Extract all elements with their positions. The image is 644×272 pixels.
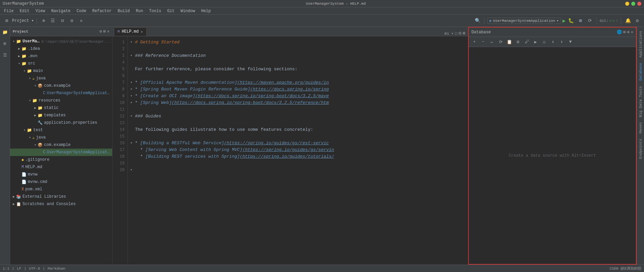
tree-item-com-example[interactable]: ▾ 📦 com.example: [10, 82, 112, 89]
menu-help[interactable]: Help: [198, 8, 214, 14]
code-url-8[interactable]: (https://docs.spring.io/spring: [250, 86, 329, 93]
db-btn-remove[interactable]: −: [479, 38, 487, 46]
code-link-8[interactable]: [Spring Boot Maven Plugin Reference Guid…: [140, 86, 250, 93]
code-link-9[interactable]: [Create an OCI image]: [140, 93, 195, 100]
db-icon-close[interactable]: ✕: [631, 30, 633, 35]
fold-12[interactable]: ▾: [130, 113, 135, 120]
tree-item-test-java[interactable]: ▾ ☕ java: [10, 134, 112, 141]
tree-item-mvn[interactable]: ▶ 📁 .mvn: [10, 52, 112, 60]
toolbar-project-icon[interactable]: ⊞: [3, 17, 11, 25]
db-btn-up[interactable]: ⬆: [549, 38, 557, 46]
db-btn-run[interactable]: ▶: [532, 38, 539, 46]
tree-item-help-md[interactable]: ▶ M HELP.md: [10, 163, 112, 171]
coverage-button[interactable]: ⊞: [577, 17, 585, 25]
db-btn-filter[interactable]: ▼: [567, 38, 574, 46]
maximize-button[interactable]: [631, 2, 635, 6]
tree-item-external-libs[interactable]: ▶ 📚 External Libraries: [10, 193, 112, 200]
tree-item-main[interactable]: ▾ 📁 main: [10, 67, 112, 75]
toolbar-close-btn[interactable]: ✕: [77, 17, 85, 25]
editor-view-single[interactable]: ☐: [455, 31, 458, 36]
tree-item-test[interactable]: ▾ 📁 test: [10, 126, 112, 134]
code-editor[interactable]: ▾ # Getting Started ▾ ### Reference Docu…: [128, 36, 468, 265]
tree-item-pom-xml[interactable]: ▶ X pom.xml: [10, 186, 112, 193]
project-selector[interactable]: Project ▾: [12, 18, 34, 23]
right-tab-bigdata[interactable]: Big Data Tools: [638, 83, 644, 120]
editor-tab-help-md[interactable]: M HELP.md ✕: [114, 27, 147, 36]
db-btn-check[interactable]: ☑: [541, 38, 548, 46]
right-tab-database[interactable]: Database: [638, 60, 644, 83]
settings-global-btn[interactable]: ⚙: [633, 17, 641, 25]
toolbar-add-btn[interactable]: ⊕: [40, 17, 48, 25]
db-icon-globe[interactable]: 🌐: [617, 30, 622, 35]
code-link-17[interactable]: [Serving Web Content with Spring MVC]: [145, 147, 242, 153]
tree-item-resources[interactable]: ▾ 📁 resources: [10, 97, 112, 104]
db-icon-layout[interactable]: ⊞: [623, 30, 626, 35]
tree-item-mvnw-cmd[interactable]: ▶ 📄 mvnw.cmd: [10, 178, 112, 186]
tree-item-app-test-class[interactable]: ▶ C UserManagerSystemApplicationTest: [10, 149, 112, 156]
debug-button[interactable]: 🐛: [567, 17, 575, 25]
fold-1[interactable]: ▾: [130, 39, 135, 46]
menu-refactor[interactable]: Refactor: [90, 8, 114, 14]
tab-close-icon[interactable]: ✕: [141, 30, 143, 34]
project-expand-icon[interactable]: ⊞: [103, 29, 106, 34]
run-config-selector[interactable]: ▶ UserManagerSystemApplication ▾: [487, 17, 561, 24]
run-button[interactable]: ▶: [562, 17, 566, 24]
sidebar-icon-structure[interactable]: ☰: [1, 51, 9, 59]
fold-3[interactable]: ▾: [130, 52, 135, 59]
db-btn-edit2[interactable]: 🖊: [523, 38, 531, 46]
code-link-16[interactable]: [Building a RESTful Web Service]: [140, 140, 224, 147]
right-tab-maven[interactable]: Maven: [638, 120, 644, 136]
code-url-17[interactable]: (https://spring.io/guides/gs/servin: [242, 147, 334, 153]
editor-view-split-v[interactable]: ⊟: [459, 31, 461, 36]
profile-button[interactable]: ⟳: [586, 17, 594, 25]
toolbar-list-btn[interactable]: ☰: [49, 17, 57, 25]
menu-navigate[interactable]: Navigate: [48, 8, 73, 14]
code-url-18[interactable]: (https://spring.io/guides/tutorials/: [240, 153, 334, 160]
close-button[interactable]: [637, 2, 641, 6]
code-url-10[interactable]: (https://docs.spring.io/spring-boot/docs…: [172, 100, 329, 106]
db-icon-settings[interactable]: ⚙: [627, 30, 630, 35]
tree-item-templates[interactable]: ▶ 📁 templates: [10, 112, 112, 119]
menu-run[interactable]: Run: [133, 8, 146, 14]
tree-item-usermanagersystem[interactable]: ▾ 📁 UserManagerSystem D:\Apps\IDEA\练习\Us…: [10, 38, 112, 45]
fold-9[interactable]: ▾: [130, 93, 135, 100]
menu-view[interactable]: View: [33, 8, 48, 14]
tree-item-test-package[interactable]: ▾ 📦 com.example: [10, 141, 112, 149]
menu-edit[interactable]: Edit: [17, 8, 32, 14]
fold-7[interactable]: ▾: [130, 79, 135, 86]
code-url-9[interactable]: (https://docs.spring.io/spring-boot/docs…: [195, 93, 329, 100]
right-tab-applications[interactable]: Applications: [638, 28, 644, 60]
tree-item-gitignore[interactable]: ▶ ◆ .gitignore: [10, 156, 112, 163]
db-btn-edit[interactable]: ✏: [488, 38, 496, 46]
tree-item-idea[interactable]: ▶ 📁 .idea: [10, 45, 112, 52]
menu-build[interactable]: Build: [115, 8, 132, 14]
db-btn-add[interactable]: +: [471, 38, 478, 46]
db-btn-refresh[interactable]: ⟳: [497, 38, 504, 46]
tree-item-app-properties[interactable]: ▶ 🔧 application.properties: [10, 119, 112, 126]
sidebar-icon-commit[interactable]: ⊞: [1, 40, 9, 48]
fold-16[interactable]: ▾: [130, 140, 135, 147]
right-tab-endpoints[interactable]: Endpoints: [638, 136, 644, 161]
menu-code[interactable]: Code: [74, 8, 89, 14]
tree-item-scratches[interactable]: ▶ 📋 Scratches and Consoles: [10, 200, 112, 208]
tree-item-java[interactable]: ▾ ☕ java: [10, 75, 112, 82]
tree-item-app-class[interactable]: ▶ C UserManagerSystemApplication: [10, 89, 112, 97]
tree-item-mvnw[interactable]: ▶ 📄 mvnw: [10, 171, 112, 178]
code-url-7[interactable]: (https://maven.apache.org/guides/in: [237, 79, 329, 86]
fold-20[interactable]: ▾: [130, 167, 135, 173]
project-close-icon[interactable]: ✕: [107, 29, 109, 34]
db-btn-schema[interactable]: 📋: [506, 38, 513, 46]
menu-window[interactable]: Window: [178, 8, 198, 14]
tree-item-src[interactable]: ▾ 📁 src: [10, 60, 112, 67]
code-url-16[interactable]: (https://spring.io/guides/gs/rest-servic: [224, 140, 329, 147]
toolbar-settings-btn[interactable]: ⚙: [68, 17, 76, 25]
project-gear-icon[interactable]: ⚙: [99, 29, 102, 34]
db-btn-table[interactable]: ⊞: [514, 38, 522, 46]
code-link-18[interactable]: [Building REST services with Spring]: [145, 153, 240, 160]
toolbar-search-btn[interactable]: 🔍: [473, 17, 481, 25]
sidebar-icon-project[interactable]: 📁: [1, 28, 9, 36]
editor-view-split-h[interactable]: ⊞: [463, 31, 465, 36]
menu-tools[interactable]: Tools: [146, 8, 164, 14]
tree-item-static[interactable]: ▶ 📁 static: [10, 104, 112, 112]
menu-file[interactable]: File: [1, 8, 16, 14]
